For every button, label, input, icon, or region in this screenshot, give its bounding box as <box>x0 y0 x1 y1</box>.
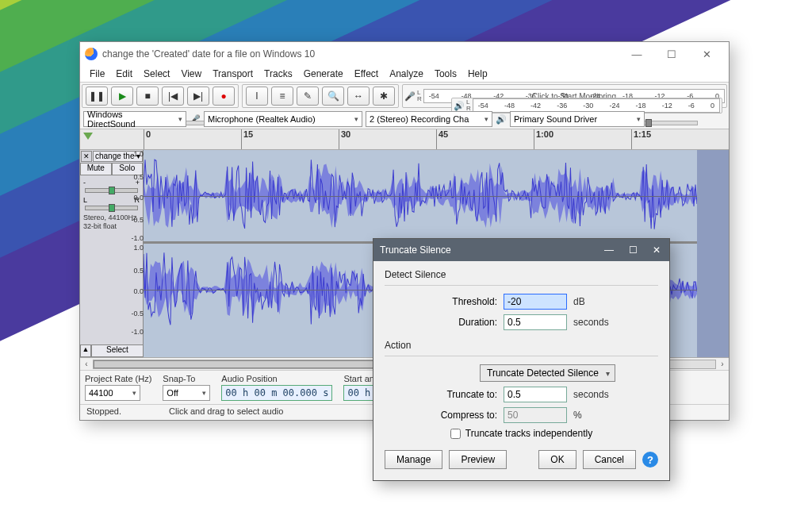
skip-end-button[interactable]: ▶| <box>187 87 209 106</box>
menu-help[interactable]: Help <box>463 68 492 79</box>
dialog-title: Truncate Silence <box>380 244 451 256</box>
mute-button[interactable]: Mute <box>80 163 112 175</box>
minimize-button[interactable]: — <box>619 43 654 65</box>
multi-tool-icon[interactable]: ✱ <box>373 87 395 106</box>
play-speaker-icon[interactable]: 🔊 <box>454 101 465 111</box>
independent-checkbox[interactable] <box>450 429 461 439</box>
audio-host-dropdown[interactable]: Windows DirectSound <box>83 111 186 127</box>
duration-unit: seconds <box>573 317 609 328</box>
mic-icon[interactable]: 🎤 <box>404 91 416 102</box>
tools-toolbar: I ≡ ✎ 🔍 ↔ ✱ <box>242 84 399 108</box>
menubar: File Edit Select View Transport Tracks G… <box>80 66 729 82</box>
truncate-to-input[interactable] <box>504 387 567 402</box>
cancel-button[interactable]: Cancel <box>583 450 636 469</box>
compress-to-unit: % <box>573 410 582 421</box>
close-button[interactable]: ✕ <box>689 43 724 65</box>
independent-checkbox-label[interactable]: Truncate tracks independently <box>450 428 592 439</box>
titlebar: change the 'Created' date for a file on … <box>80 42 729 66</box>
timeline-ruler[interactable]: 01530451:001:15 <box>80 129 729 150</box>
snap-to-dropdown[interactable]: Off <box>163 385 210 401</box>
transport-toolbar: ❚❚ ▶ ■ |◀ ▶| ● <box>82 84 239 108</box>
project-rate-label: Project Rate (Hz) <box>85 374 151 383</box>
track-close-button[interactable]: ✕ <box>81 151 92 162</box>
stop-button[interactable]: ■ <box>136 87 159 106</box>
waveform-left-channel[interactable] <box>144 150 697 241</box>
play-button[interactable]: ▶ <box>111 87 133 106</box>
threshold-input[interactable] <box>504 294 567 310</box>
track-select-button[interactable]: Select <box>91 344 144 357</box>
timeshift-tool-icon[interactable]: ↔ <box>347 87 370 106</box>
ok-button[interactable]: OK <box>538 450 576 469</box>
duration-input[interactable] <box>504 314 567 330</box>
track-control-panel: ✕ change the ▾ Mute Solo -+ LR Stereo, 4… <box>80 150 144 357</box>
menu-edit[interactable]: Edit <box>111 68 137 79</box>
threshold-unit: dB <box>573 296 585 307</box>
menu-transport[interactable]: Transport <box>208 68 258 79</box>
track-vscroll-gutter <box>697 150 729 357</box>
menu-generate[interactable]: Generate <box>299 68 348 79</box>
compress-to-input <box>504 407 567 423</box>
playback-device-dropdown[interactable]: Primary Sound Driver <box>510 111 645 127</box>
truncate-to-unit: seconds <box>573 389 609 400</box>
pause-button[interactable]: ❚❚ <box>86 87 108 106</box>
device-toolbar: Windows DirectSound 🎤 Microphone (Realte… <box>80 110 729 129</box>
pan-slider[interactable] <box>85 206 138 210</box>
menu-analyze[interactable]: Analyze <box>385 68 428 79</box>
snap-to-label: Snap-To <box>163 374 210 383</box>
menu-select[interactable]: Select <box>139 68 174 79</box>
project-rate-dropdown[interactable]: 44100 <box>85 385 140 401</box>
menu-tools[interactable]: Tools <box>430 68 462 79</box>
manage-button[interactable]: Manage <box>385 450 442 469</box>
menu-effect[interactable]: Effect <box>350 68 383 79</box>
app-icon <box>85 48 98 60</box>
dialog-titlebar: Truncate Silence — ☐ ✕ <box>373 239 669 261</box>
audio-position-field[interactable]: 00 h 00 m 00.000 s <box>221 385 332 401</box>
selection-tool-icon[interactable]: I <box>246 87 268 106</box>
maximize-button[interactable]: ☐ <box>654 43 689 65</box>
record-button[interactable]: ● <box>213 87 235 106</box>
playhead-pin-icon[interactable] <box>83 133 93 140</box>
meter-lr-label: LR <box>417 90 422 102</box>
scroll-left-icon[interactable]: ‹ <box>80 360 93 368</box>
duration-label: Duration: <box>385 317 504 328</box>
action-mode-dropdown[interactable]: Truncate Detected Silence <box>480 364 615 382</box>
menu-file[interactable]: File <box>85 68 109 79</box>
menu-tracks[interactable]: Tracks <box>259 68 297 79</box>
zoom-tool-icon[interactable]: 🔍 <box>322 87 344 106</box>
record-channels-dropdown[interactable]: 2 (Stereo) Recording Cha <box>366 111 492 127</box>
scroll-right-icon[interactable]: › <box>716 360 729 368</box>
device-speaker-icon: 🔊 <box>496 114 507 125</box>
playback-status: Stopped. <box>86 406 121 418</box>
action-group-label: Action <box>385 340 658 351</box>
track-collapse-icon[interactable]: ▲ <box>80 344 91 357</box>
window-title: change the 'Created' date for a file on … <box>102 48 315 60</box>
gain-slider[interactable] <box>85 188 138 193</box>
audio-position-label: Audio Position <box>221 374 332 383</box>
dialog-close-button[interactable]: ✕ <box>650 244 663 256</box>
skip-start-button[interactable]: |◀ <box>162 87 184 106</box>
status-hint: Click and drag to select audio <box>169 406 283 418</box>
compress-to-label: Compress to: <box>385 410 504 421</box>
detect-silence-group-label: Detect Silence <box>385 269 658 280</box>
truncate-silence-dialog: Truncate Silence — ☐ ✕ Detect Silence Th… <box>373 238 670 481</box>
dialog-minimize-button[interactable]: — <box>603 244 615 256</box>
truncate-to-label: Truncate to: <box>385 389 504 400</box>
dialog-maximize-button[interactable]: ☐ <box>626 244 639 256</box>
preview-button[interactable]: Preview <box>449 450 507 469</box>
menu-view[interactable]: View <box>176 68 206 79</box>
record-device-dropdown[interactable]: Microphone (Realtek Audio) <box>204 111 362 127</box>
threshold-label: Threshold: <box>385 296 504 307</box>
help-icon[interactable]: ? <box>642 452 658 468</box>
envelope-tool-icon[interactable]: ≡ <box>271 87 293 106</box>
draw-tool-icon[interactable]: ✎ <box>297 87 319 106</box>
